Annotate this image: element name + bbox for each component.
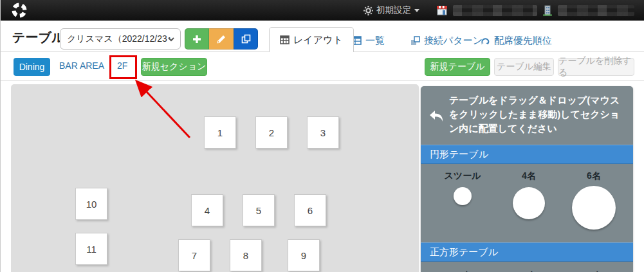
- toolbar-header: テーブル クリスマス（2022/12/23･: [1, 21, 644, 81]
- table-box-8[interactable]: 8: [230, 239, 262, 271]
- chevron-down-icon: [168, 37, 174, 42]
- drag-drop-instruction: テーブルをドラッグ＆ドロップ(マウスをクリックしたまま移動)してセクション内に配…: [421, 86, 633, 145]
- table-box-1[interactable]: 1: [204, 116, 236, 149]
- pencil-icon: [217, 35, 226, 44]
- table-palette-panel: テーブルをドラッグ＆ドロップ(マウスをクリックしたまま移動)してセクション内に配…: [421, 86, 633, 272]
- circle-table-6[interactable]: [572, 186, 616, 230]
- table-box-7[interactable]: 7: [178, 239, 210, 271]
- tab-label: レイアウト: [293, 34, 343, 46]
- redacted-store-name: [453, 5, 537, 16]
- tab-label: 一覧: [365, 35, 385, 47]
- page-title: テーブル: [12, 29, 64, 46]
- table-layout-page: 初期設定: [0, 0, 644, 272]
- tab-layout[interactable]: レイアウト: [269, 27, 354, 52]
- stool-label: スツール: [445, 170, 481, 182]
- four-seat-label: 4名: [522, 170, 536, 182]
- settings-menu[interactable]: 初期設定: [363, 5, 419, 16]
- new-table-button[interactable]: 新規テーブル: [425, 58, 490, 76]
- copy-icon: [241, 34, 251, 44]
- circle-table-4[interactable]: [513, 187, 545, 219]
- new-section-button[interactable]: 新規セクション: [141, 58, 207, 76]
- circle-table-section-header: 円形テーブル: [421, 145, 633, 164]
- section-tab-2f[interactable]: 2F: [117, 60, 127, 71]
- copy-event-button[interactable]: [234, 28, 258, 50]
- table-box-6[interactable]: 6: [294, 194, 326, 226]
- instruction-text: テーブルをドラッグ＆ドロップ(マウスをクリックしたまま移動)してセクション内に配…: [449, 93, 625, 138]
- circle-table-stool[interactable]: [454, 187, 472, 205]
- connect-squares-icon: [410, 36, 420, 46]
- priority-cycle-icon: [480, 36, 490, 46]
- add-event-button[interactable]: [185, 28, 209, 50]
- gear-icon: [363, 6, 373, 15]
- event-select[interactable]: クリスマス（2022/12/23･: [60, 28, 181, 50]
- building-icon: [542, 5, 553, 16]
- edit-event-button[interactable]: [209, 28, 234, 50]
- square-table-section: 2名 4名 6名: [421, 262, 633, 272]
- tab-label: 配席優先順位: [494, 35, 552, 47]
- reply-arrow-icon: [428, 95, 444, 138]
- tab-list[interactable]: 一覧: [351, 33, 385, 48]
- section-tab-dining[interactable]: Dining: [14, 58, 50, 76]
- tab-seating-priority[interactable]: 配席優先順位: [480, 33, 552, 48]
- table-box-2[interactable]: 2: [255, 116, 288, 149]
- store-icon: [436, 5, 448, 16]
- table-box-9[interactable]: 9: [288, 239, 320, 271]
- edit-table-button: テーブル編集: [494, 58, 554, 76]
- event-select-value: クリスマス（2022/12/23･: [67, 33, 172, 45]
- table-box-5[interactable]: 5: [243, 194, 275, 226]
- layout-grid-icon: [280, 35, 290, 44]
- tab-label: 接続パターン: [424, 35, 483, 47]
- top-nav-bar: 初期設定: [1, 0, 644, 21]
- table-box-11[interactable]: 11: [75, 233, 107, 265]
- tab-connect-pattern[interactable]: 接続パターン: [410, 33, 483, 48]
- table-box-4[interactable]: 4: [191, 194, 223, 226]
- square-table-section-header: 正方形テーブル: [421, 242, 633, 262]
- event-action-buttons: [185, 28, 258, 50]
- settings-label: 初期設定: [376, 5, 411, 16]
- six-seat-label: 6名: [587, 170, 601, 182]
- section-tab-bar-area[interactable]: BAR AREA: [59, 60, 104, 71]
- table-box-3[interactable]: 3: [307, 116, 339, 149]
- table-box-10[interactable]: 10: [75, 188, 107, 220]
- app-logo-icon[interactable]: [11, 2, 28, 19]
- layout-canvas[interactable]: 1 2 3 4 5 6 7 8 9 10 11: [11, 84, 419, 272]
- plus-icon: [192, 35, 201, 44]
- circle-table-section: スツール 4名 6名: [421, 164, 633, 242]
- chevron-down-icon: [414, 9, 419, 12]
- redacted-company-name: [558, 5, 634, 16]
- delete-table-button: テーブルを削除する: [558, 58, 634, 76]
